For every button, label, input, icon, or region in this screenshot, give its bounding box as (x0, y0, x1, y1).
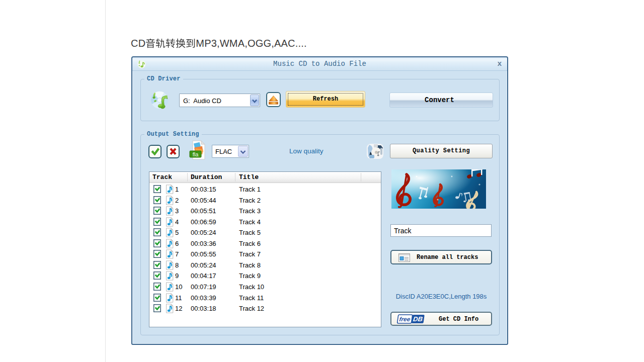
svg-text:fla: fla (193, 151, 199, 157)
svg-text:DB: DB (413, 316, 423, 323)
svg-text:free: free (399, 316, 411, 323)
